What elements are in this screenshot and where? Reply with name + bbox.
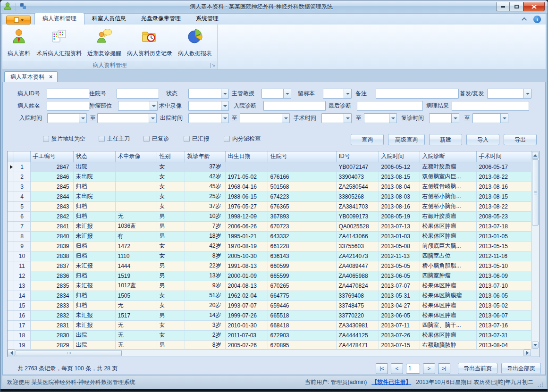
scroll-left-button[interactable] xyxy=(8,350,15,356)
checkbox-item[interactable]: 胶片地址为空 xyxy=(43,135,85,143)
table-cell[interactable]: 2013-08-04 xyxy=(476,340,532,350)
row-number-cell[interactable]: 19 xyxy=(14,340,30,350)
column-header[interactable]: 入院诊断 xyxy=(420,151,476,162)
row-number-cell[interactable]: 14 xyxy=(14,291,30,300)
table-cell[interactable]: 20岁 xyxy=(185,300,225,310)
table-cell[interactable]: 2838 xyxy=(30,251,73,261)
row-number-cell[interactable]: 5 xyxy=(14,201,30,211)
table-cell[interactable] xyxy=(115,172,157,182)
row-number-cell[interactable]: 13 xyxy=(14,281,30,291)
ribbon-tab[interactable]: 病人资料管理 xyxy=(34,13,84,25)
table-cell[interactable]: 松果体区肿瘤 xyxy=(420,231,476,241)
table-row[interactable]: 132835未汇报1012蓝男9岁2004-08-13670265ZA44708… xyxy=(8,281,532,291)
filter-combo[interactable] xyxy=(118,101,158,111)
table-cell[interactable]: 2013-07-31 xyxy=(476,330,532,340)
combo-arrow-button[interactable] xyxy=(451,114,459,123)
table-cell[interactable]: 男 xyxy=(157,221,185,231)
table-cell[interactable]: 1505 xyxy=(115,291,157,300)
maximize-button[interactable] xyxy=(510,2,523,11)
table-cell[interactable]: 归档 xyxy=(73,291,115,300)
ribbon-button[interactable]: 病人资料历史记录 xyxy=(124,26,175,60)
table-row[interactable]: 182830出院无女2岁2011-07-03672903ZA4444125201… xyxy=(8,330,532,340)
table-row[interactable]: 152833归档无女20岁1993-07-0765944633748475201… xyxy=(8,300,532,310)
row-indicator-cell[interactable] xyxy=(8,261,14,271)
table-cell[interactable]: 归档 xyxy=(73,201,115,211)
table-cell[interactable]: 未出院 xyxy=(73,192,115,201)
table-row[interactable]: 12847出院女37岁YB00721472006-05-12左额叶胶质瘤2006… xyxy=(8,162,532,172)
last-page-button[interactable]: >| xyxy=(438,363,450,374)
row-indicator-cell[interactable] xyxy=(8,251,14,261)
table-cell[interactable] xyxy=(115,201,157,211)
table-cell[interactable]: 2830 xyxy=(30,330,73,340)
table-cell[interactable]: 女 xyxy=(157,201,185,211)
export-current-page-button[interactable]: 导出当前页 xyxy=(458,363,497,374)
table-cell[interactable]: 1962-02-04 xyxy=(225,291,268,300)
table-row[interactable]: 192829出院无男8岁2005-07-26670895ZA4478471201… xyxy=(8,340,532,350)
info-icon[interactable]: i xyxy=(533,16,541,23)
table-cell[interactable]: ZA3841703 xyxy=(336,201,379,211)
row-indicator-cell[interactable] xyxy=(8,271,14,281)
table-row[interactable]: 32845归档女45岁1968-04-16501568ZA25805442013… xyxy=(8,182,532,192)
table-cell[interactable]: 2832 xyxy=(30,310,73,320)
checkbox[interactable] xyxy=(184,136,190,142)
table-cell[interactable]: 2013-07-18 xyxy=(476,221,532,231)
filter-text-input[interactable] xyxy=(452,101,529,111)
row-number-cell[interactable]: 3 xyxy=(14,182,30,192)
filter-text-input[interactable] xyxy=(376,89,459,99)
table-cell[interactable]: 未汇报 xyxy=(73,310,115,320)
table-cell[interactable]: 1968-04-16 xyxy=(225,182,268,192)
previous-page-button[interactable]: < xyxy=(391,363,403,374)
table-cell[interactable]: 2847 xyxy=(30,162,73,172)
table-cell[interactable]: 未汇报 xyxy=(73,231,115,241)
checkbox-item[interactable]: 已复诊 xyxy=(143,135,169,143)
table-cell[interactable]: 2829 xyxy=(30,340,73,350)
ribbon-tab[interactable]: 光盘录像带管理 xyxy=(134,13,188,25)
export-all-pages-button[interactable]: 导出全部页 xyxy=(501,363,541,374)
filter-combo[interactable] xyxy=(240,113,290,123)
row-number-cell[interactable]: 8 xyxy=(14,231,30,241)
table-cell[interactable] xyxy=(115,162,157,172)
table-cell[interactable]: 672903 xyxy=(268,330,336,340)
table-cell[interactable] xyxy=(115,192,157,201)
vertical-scroll-thumb[interactable] xyxy=(532,159,539,225)
table-cell[interactable]: 2012-11-13 xyxy=(379,251,420,261)
table-cell[interactable]: 2013-05-31 xyxy=(379,291,420,300)
table-cell[interactable]: 2012-11-16 xyxy=(476,251,532,261)
table-cell[interactable]: 3岁 xyxy=(185,320,225,330)
table-cell[interactable] xyxy=(115,182,157,192)
table-cell[interactable]: 左侧桥小脑角... xyxy=(420,201,476,211)
table-cell[interactable]: 1970-08-19 xyxy=(225,241,268,251)
table-cell[interactable]: 1998-12-09 xyxy=(225,211,268,221)
column-header[interactable]: 手工编号 xyxy=(30,151,73,162)
row-indicator-cell[interactable] xyxy=(8,182,14,192)
filter-combo[interactable] xyxy=(487,89,531,99)
table-cell[interactable]: 14岁 xyxy=(185,310,225,320)
table-row[interactable]: 172831未汇报无女3岁2010-01-30668418ZA343098120… xyxy=(8,320,532,330)
checkbox[interactable] xyxy=(143,136,150,142)
table-cell[interactable]: 1472 xyxy=(115,241,157,251)
combo-arrow-button[interactable] xyxy=(283,89,291,98)
table-cell[interactable]: 1012蓝 xyxy=(115,281,157,291)
table-cell[interactable]: 2013-06-09 xyxy=(476,271,532,281)
table-cell[interactable]: 1444 xyxy=(115,261,157,271)
table-cell[interactable]: 9岁 xyxy=(185,281,225,291)
table-cell[interactable]: 2013-07-15 xyxy=(379,340,420,350)
table-cell[interactable]: 2013-06-05 xyxy=(476,291,532,300)
table-row[interactable]: 102838归档1110女8岁2005-10-30636143ZA4214073… xyxy=(8,251,532,261)
table-cell[interactable]: ZA4065988 xyxy=(336,271,379,281)
table-cell[interactable]: 未汇报 xyxy=(73,221,115,231)
table-cell[interactable]: 2013-06-05 xyxy=(379,271,420,281)
table-cell[interactable]: 男 xyxy=(157,340,185,350)
table-cell[interactable]: 1110 xyxy=(115,251,157,261)
table-cell[interactable]: 2006-05-12 xyxy=(379,162,420,172)
table-cell[interactable]: 2839 xyxy=(30,241,73,251)
row-number-cell[interactable]: 7 xyxy=(14,221,30,231)
combo-arrow-button[interactable] xyxy=(344,114,351,123)
table-cell[interactable]: QA0025528 xyxy=(336,221,379,231)
table-cell[interactable]: 2013-06-07 xyxy=(476,310,532,320)
filter-combo[interactable] xyxy=(429,113,459,123)
table-cell[interactable]: 未出院 xyxy=(73,172,115,182)
table-cell[interactable]: 女 xyxy=(157,291,185,300)
table-cell[interactable]: 2013-06-05 xyxy=(379,310,420,320)
table-cell[interactable]: 33755603 xyxy=(336,241,379,251)
